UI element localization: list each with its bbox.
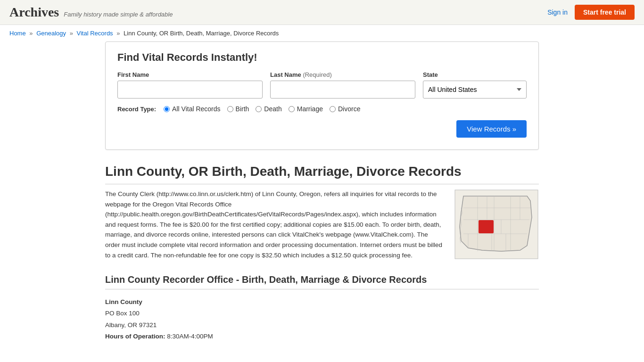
- breadcrumb-genealogy[interactable]: Genealogy: [36, 30, 66, 37]
- breadcrumb-home[interactable]: Home: [9, 30, 26, 37]
- oregon-map-svg: [454, 189, 539, 260]
- hours-label: Hours of Operation:: [105, 333, 165, 340]
- last-name-input[interactable]: [270, 81, 415, 99]
- radio-marriage-label: Marriage: [297, 105, 323, 113]
- hours-value: 8:30AM-4:00PM: [167, 333, 213, 340]
- last-name-field: Last Name (Required): [270, 71, 415, 99]
- search-box: Find Vital Records Instantly! First Name…: [105, 41, 539, 150]
- state-field: State All United States Oregon Washingto…: [423, 71, 527, 99]
- radio-all-input[interactable]: [164, 106, 170, 112]
- record-type-row: Record Type: All Vital Records Birth Dea…: [117, 105, 527, 113]
- oregon-map-container: [454, 189, 539, 260]
- view-records-button[interactable]: View Records »: [456, 120, 527, 138]
- recorder-section: Linn County Recorder Office - Birth, Dea…: [105, 274, 539, 342]
- radio-divorce-input[interactable]: [330, 106, 336, 112]
- search-fields-row: First Name Last Name (Required) State Al…: [117, 71, 527, 99]
- recorder-county-name: Linn County: [105, 296, 539, 308]
- radio-marriage[interactable]: Marriage: [289, 105, 323, 113]
- sign-in-link[interactable]: Sign in: [547, 8, 568, 16]
- radio-death-input[interactable]: [256, 106, 262, 112]
- site-header: Archives Family history made simple & af…: [0, 0, 644, 25]
- breadcrumb-sep-2: »: [70, 30, 73, 37]
- radio-birth[interactable]: Birth: [227, 105, 249, 113]
- breadcrumb-sep-3: »: [116, 30, 120, 37]
- recorder-info: Linn County PO Box 100 Albany, OR 97321 …: [105, 296, 539, 342]
- site-tagline: Family history made simple & affordable: [64, 11, 173, 18]
- recorder-section-title: Linn County Recorder Office - Birth, Dea…: [105, 274, 539, 289]
- recorder-address-line2: Albany, OR 97321: [105, 320, 539, 331]
- recorder-hours: Hours of Operation: 8:30AM-4:00PM: [105, 331, 539, 342]
- state-label: State: [423, 71, 527, 78]
- content-section: The County Clerk (http://www.co.linn.or.…: [105, 189, 539, 260]
- last-name-label: Last Name (Required): [270, 71, 415, 78]
- radio-marriage-input[interactable]: [289, 106, 295, 112]
- radio-death-label: Death: [264, 105, 281, 113]
- state-select[interactable]: All United States Oregon Washington Cali…: [423, 81, 527, 99]
- view-records-row: View Records »: [117, 120, 527, 138]
- first-name-input[interactable]: [117, 81, 263, 99]
- radio-death[interactable]: Death: [256, 105, 281, 113]
- radio-divorce[interactable]: Divorce: [330, 105, 360, 113]
- radio-birth-input[interactable]: [227, 106, 233, 112]
- record-type-label: Record Type:: [117, 106, 156, 113]
- breadcrumb-current: Linn County, OR Birth, Death, Marriage, …: [124, 30, 279, 37]
- breadcrumb-vital-records[interactable]: Vital Records: [77, 30, 113, 37]
- radio-all[interactable]: All Vital Records: [164, 105, 220, 113]
- start-trial-button[interactable]: Start free trial: [575, 5, 635, 20]
- first-name-field: First Name: [117, 71, 263, 99]
- radio-birth-label: Birth: [236, 105, 249, 113]
- site-logo: Archives: [9, 5, 59, 20]
- svg-rect-8: [479, 220, 494, 233]
- breadcrumb-sep-1: »: [29, 30, 33, 37]
- radio-all-label: All Vital Records: [172, 105, 220, 113]
- record-type-options: All Vital Records Birth Death Marriage D…: [164, 105, 360, 113]
- header-actions: Sign in Start free trial: [547, 5, 635, 20]
- first-name-label: First Name: [117, 71, 263, 78]
- content-text: The County Clerk (http://www.co.linn.or.…: [105, 189, 443, 260]
- radio-divorce-label: Divorce: [338, 105, 360, 113]
- recorder-address-line1: PO Box 100: [105, 308, 539, 319]
- breadcrumb: Home » Genealogy » Vital Records » Linn …: [0, 25, 644, 41]
- main-content: Find Vital Records Instantly! First Name…: [96, 41, 548, 356]
- header-logo-area: Archives Family history made simple & af…: [9, 5, 173, 20]
- page-heading: Linn County, OR Birth, Death, Marriage, …: [105, 164, 539, 184]
- search-title: Find Vital Records Instantly!: [117, 51, 527, 64]
